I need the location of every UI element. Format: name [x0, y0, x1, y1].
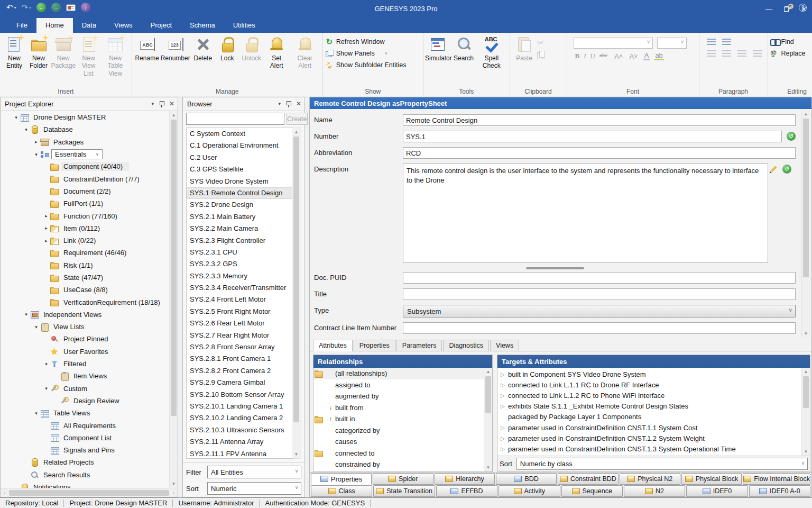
browser-item[interactable]: SYS.2.8.1 Front Camera 1: [187, 353, 292, 365]
diagram-tab[interactable]: Sequence: [561, 485, 623, 497]
target-item[interactable]: ▷ parameter used in ConstraintDefinition…: [497, 433, 801, 443]
font-style-button[interactable]: I: [582, 52, 587, 60]
browser-item[interactable]: SYS.2.5 Front Right Motor: [187, 306, 292, 318]
ribbon-menu-item[interactable]: Show Panels ˅: [325, 49, 417, 58]
shrink-font-button[interactable]: A˅: [628, 52, 639, 60]
diagram-tab[interactable]: Flow Internal Block: [743, 473, 810, 485]
browser-item[interactable]: SYS.2.7 Rear Right Motor: [187, 330, 292, 341]
form-splitter[interactable]: [314, 266, 796, 270]
browser-item[interactable]: SYS.2 Drone Design: [187, 199, 292, 211]
browser-item[interactable]: SYS.2.3.4 Receiver/Transmitter: [187, 282, 292, 294]
relationship-item[interactable]: assigned to: [313, 379, 484, 391]
tree-item[interactable]: State (47/47): [1, 271, 169, 284]
browser-search-input[interactable]: [186, 113, 284, 125]
browser-item[interactable]: SYS.2.3 Flight Controller: [187, 235, 292, 247]
tools-icon[interactable]: [786, 4, 793, 11]
tree-expander-icon[interactable]: ▾: [32, 152, 40, 157]
tree-expander-icon[interactable]: ▸: [42, 225, 50, 231]
bullet-list-button[interactable]: [707, 39, 716, 46]
target-item[interactable]: packaged by Package Layer 1 Components: [497, 412, 801, 422]
browser-item[interactable]: SYS.2.6 Rear Left Motor: [187, 318, 292, 329]
target-item[interactable]: ▷ exhibits State S.1.1 _Exhibit Remote C…: [497, 401, 801, 412]
target-item[interactable]: ▷ parameter used in ConstraintDefinition…: [497, 443, 801, 454]
abbreviation-input[interactable]: [403, 147, 796, 159]
relationship-item[interactable]: connected to: [313, 448, 484, 459]
browser-item[interactable]: SYS Video Drone System: [187, 176, 292, 187]
revert-description-icon[interactable]: ↺: [782, 165, 791, 174]
tree-item[interactable]: ▾ Drone Design MASTER: [1, 111, 169, 123]
target-expander-icon[interactable]: ▷: [501, 446, 508, 452]
diagram-tab[interactable]: Spider: [373, 473, 433, 485]
ribbon-button[interactable]: Rename: [134, 34, 160, 62]
tree-expander-icon[interactable]: ▾: [22, 312, 30, 317]
target-item[interactable]: ▷ parameter used in ConstraintDefinition…: [497, 422, 801, 433]
browser-item[interactable]: C.3 GPS Satellite: [187, 164, 292, 175]
tree-item[interactable]: ▾ Table Views: [1, 407, 169, 419]
type-select[interactable]: Subsystem: [403, 305, 796, 318]
diagram-tab[interactable]: Activity: [499, 485, 560, 497]
ribbon-button[interactable]: Renumber: [160, 34, 191, 62]
pin-icon[interactable]: [286, 101, 291, 107]
font-color-button[interactable]: A: [643, 52, 650, 60]
menu-tab[interactable]: Data: [73, 18, 105, 33]
tree-expander-icon[interactable]: ▸: [42, 213, 50, 219]
tree-item[interactable]: ▾ View Lists: [1, 321, 169, 333]
tree-item[interactable]: Risk (1/1): [1, 259, 169, 271]
ribbon-menu-item[interactable]: Show Subfolder Entities: [325, 61, 417, 69]
menu-tab[interactable]: Utilities: [224, 18, 264, 33]
browser-item[interactable]: SYS.2.9 Camera Gimbal: [187, 377, 292, 388]
description-textarea[interactable]: This remote control design is the user i…: [403, 164, 768, 263]
browser-item[interactable]: C System Context: [187, 128, 292, 140]
diagram-tab[interactable]: IDEF0: [686, 485, 748, 497]
targets-scrollbar[interactable]: ▲▼: [801, 368, 810, 456]
diagram-tab[interactable]: EFFBD: [436, 485, 497, 497]
grow-font-button[interactable]: A˄: [613, 52, 624, 60]
browser-item[interactable]: SYS.2.8 Front Sensor Array: [187, 341, 292, 353]
tree-expander-icon[interactable]: ▸: [32, 139, 40, 144]
target-item[interactable]: ▷ connected to Link L.1.2 RC to Phone Wi…: [497, 390, 801, 401]
relationships-scrollbar[interactable]: ▲▼: [484, 368, 492, 471]
explorer-vertical-scrollbar[interactable]: ▲▼: [169, 111, 178, 488]
browser-item[interactable]: SYS.2.3.3 Memory: [187, 270, 292, 282]
diagram-tab[interactable]: IDEF0 A-0: [749, 485, 810, 497]
ribbon-button[interactable]: New Table View: [102, 34, 130, 77]
revert-number-icon[interactable]: ↺: [787, 132, 796, 141]
sort-select[interactable]: Numeric: [207, 482, 301, 495]
create-button[interactable]: Create: [287, 113, 308, 125]
tree-item[interactable]: ▾ Independent Views: [1, 309, 169, 321]
browser-item[interactable]: C.1 Operational Environment: [187, 140, 292, 151]
browser-item[interactable]: SYS.2.11.1 FPV Antenna: [187, 448, 292, 459]
attribute-tab[interactable]: Views: [490, 340, 519, 351]
tree-item[interactable]: ▸ Item (0/112): [1, 222, 169, 234]
ribbon-button[interactable]: New Folder: [26, 34, 51, 70]
tree-item[interactable]: Requirement (46/46): [1, 247, 169, 259]
menu-tab[interactable]: Views: [105, 18, 141, 33]
target-expander-icon[interactable]: ▷: [501, 371, 508, 377]
tree-item[interactable]: ▸ Function (77/160): [1, 210, 169, 222]
font-style-button[interactable]: B: [574, 52, 582, 60]
tree-item[interactable]: ▾ Filtered: [1, 358, 169, 370]
menu-tab[interactable]: Schema: [181, 18, 224, 33]
tree-expander-icon[interactable]: ▾: [32, 411, 40, 416]
targets-sort-select[interactable]: Numeric by class: [516, 458, 808, 470]
panel-menu-icon[interactable]: ▾: [278, 101, 281, 106]
relationship-item[interactable]: (all relationships): [313, 368, 484, 379]
help-icon[interactable]: ?: [799, 4, 807, 12]
diagram-tab[interactable]: State Transition: [373, 485, 435, 497]
target-item[interactable]: ▷ built in Component SYS Video Drone Sys…: [497, 369, 801, 379]
tree-item[interactable]: ▸ Packages: [1, 136, 169, 148]
cut-icon[interactable]: ✂: [537, 39, 545, 47]
browser-item[interactable]: C.2 User: [187, 152, 292, 164]
relationship-item[interactable]: augmented by: [313, 391, 484, 402]
diagram-tab[interactable]: Physical Block: [681, 473, 742, 485]
align-center-button[interactable]: [722, 50, 731, 57]
target-expander-icon[interactable]: ▷: [501, 436, 508, 441]
relationship-item[interactable]: causes: [313, 436, 484, 448]
diagram-tab[interactable]: Properties: [311, 473, 372, 485]
browser-vertical-scrollbar[interactable]: ▲▼: [293, 128, 301, 459]
browser-item[interactable]: SYS.2.10.2 Landing Camera 2: [187, 412, 292, 424]
highlight-button[interactable]: ab: [654, 52, 663, 60]
browser-item[interactable]: SYS.2.8.2 Front Camera 2: [187, 365, 292, 377]
browser-item[interactable]: SYS.2.3.1 CPU: [187, 247, 292, 258]
align-justify-button[interactable]: [753, 50, 762, 57]
